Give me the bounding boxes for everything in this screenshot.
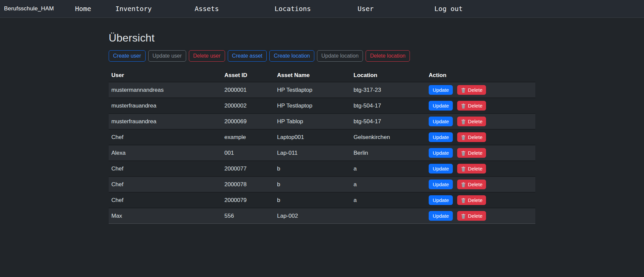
table-row: Chef example Laptop001 Gelsenkirchen Upd… — [109, 129, 535, 145]
nav-item-assets[interactable]: Assets — [195, 5, 219, 13]
cell-asset-name: Lap-011 — [274, 145, 351, 161]
cell-location: btg-317-23 — [351, 82, 426, 98]
cell-action: Update Delete — [426, 161, 535, 177]
cell-asset-name: HP Testlaptop — [274, 82, 351, 98]
nav-item-user[interactable]: User — [358, 5, 374, 13]
table-row: musterfrauandrea 2000069 HP Tablop btg-5… — [109, 114, 535, 129]
update-row-button[interactable]: Update — [429, 117, 453, 126]
page-title: Übersicht — [109, 32, 535, 44]
delete-user-button[interactable]: Delete user — [189, 50, 225, 62]
header-action: Action — [426, 69, 535, 82]
cell-location — [351, 208, 426, 224]
table-row: Chef 2000079 b a Update Delete — [109, 192, 535, 208]
trash-icon — [461, 87, 466, 92]
cell-asset-id: 2000077 — [222, 161, 274, 177]
delete-row-button[interactable]: Delete — [457, 211, 486, 221]
cell-action: Update Delete — [426, 114, 535, 129]
cell-asset-id: 556 — [222, 208, 274, 224]
cell-location: a — [351, 177, 426, 192]
nav-item-inventory[interactable]: Inventory — [115, 5, 152, 13]
crud-toolbar: Create user Update user Delete user Crea… — [109, 50, 535, 62]
table-header-row: User Asset ID Asset Name Location Action — [109, 69, 535, 82]
update-row-button[interactable]: Update — [429, 164, 453, 174]
cell-action: Update Delete — [426, 208, 535, 224]
delete-row-button[interactable]: Delete — [457, 132, 486, 142]
trash-icon — [461, 103, 466, 108]
delete-row-button[interactable]: Delete — [457, 117, 486, 126]
cell-user: mustermannandreas — [109, 82, 222, 98]
delete-row-button[interactable]: Delete — [457, 148, 486, 158]
delete-row-button[interactable]: Delete — [457, 101, 486, 111]
cell-asset-name: b — [274, 192, 351, 208]
header-asset-name: Asset Name — [274, 69, 351, 82]
table-row: Max 556 Lap-002 Update Delete — [109, 208, 535, 224]
cell-user: Alexa — [109, 145, 222, 161]
cell-action: Update Delete — [426, 145, 535, 161]
table-row: Alexa 001 Lap-011 Berlin Update Delete — [109, 145, 535, 161]
update-row-button[interactable]: Update — [429, 180, 453, 189]
cell-asset-id: 2000079 — [222, 192, 274, 208]
delete-row-button[interactable]: Delete — [457, 180, 486, 189]
table-row: Chef 2000077 b a Update Delete — [109, 161, 535, 177]
trash-icon — [461, 198, 466, 203]
cell-location: btg-504-17 — [351, 98, 426, 114]
cell-asset-name: HP Tablop — [274, 114, 351, 129]
cell-user: Chef — [109, 192, 222, 208]
top-navbar: Berufsschule_HAM Home Inventory Assets L… — [0, 0, 644, 18]
trash-icon — [461, 150, 466, 155]
cell-user: musterfrauandrea — [109, 98, 222, 114]
update-user-button[interactable]: Update user — [148, 50, 186, 62]
table-row: mustermannandreas 2000001 HP Testlaptop … — [109, 82, 535, 98]
table-row: musterfrauandrea 2000002 HP Testlaptop b… — [109, 98, 535, 114]
header-location: Location — [351, 69, 426, 82]
update-row-button[interactable]: Update — [429, 85, 453, 95]
table-row: Chef 2000078 b a Update Delete — [109, 177, 535, 192]
nav-item-locations[interactable]: Locations — [275, 5, 311, 13]
cell-location: a — [351, 161, 426, 177]
delete-location-button[interactable]: Delete location — [366, 50, 410, 62]
cell-asset-id: 2000069 — [222, 114, 274, 129]
nav-item-logout[interactable]: Log out — [434, 5, 463, 13]
delete-row-button[interactable]: Delete — [457, 164, 486, 174]
cell-user: Max — [109, 208, 222, 224]
trash-icon — [461, 135, 466, 140]
cell-action: Update Delete — [426, 192, 535, 208]
nav-item-home[interactable]: Home — [75, 5, 91, 13]
cell-asset-id: example — [222, 129, 274, 145]
cell-asset-id: 2000001 — [222, 82, 274, 98]
create-location-button[interactable]: Create location — [269, 50, 314, 62]
header-user: User — [109, 69, 222, 82]
cell-asset-id: 2000002 — [222, 98, 274, 114]
trash-icon — [461, 213, 466, 218]
cell-action: Update Delete — [426, 177, 535, 192]
cell-asset-name: Lap-002 — [274, 208, 351, 224]
update-location-button[interactable]: Update location — [317, 50, 363, 62]
update-row-button[interactable]: Update — [429, 101, 453, 111]
cell-user: Chef — [109, 177, 222, 192]
create-user-button[interactable]: Create user — [109, 50, 146, 62]
update-row-button[interactable]: Update — [429, 148, 453, 158]
trash-icon — [461, 119, 466, 124]
cell-location: Berlin — [351, 145, 426, 161]
cell-asset-id: 2000078 — [222, 177, 274, 192]
cell-user: Chef — [109, 161, 222, 177]
cell-action: Update Delete — [426, 98, 535, 114]
cell-user: Chef — [109, 129, 222, 145]
nav-menu: Home Inventory Assets Locations User Log… — [54, 5, 463, 13]
cell-action: Update Delete — [426, 82, 535, 98]
trash-icon — [461, 166, 466, 171]
update-row-button[interactable]: Update — [429, 195, 453, 205]
header-asset-id: Asset ID — [222, 69, 274, 82]
cell-asset-name: b — [274, 177, 351, 192]
cell-user: musterfrauandrea — [109, 114, 222, 129]
update-row-button[interactable]: Update — [429, 211, 453, 221]
create-asset-button[interactable]: Create asset — [228, 50, 267, 62]
delete-row-button[interactable]: Delete — [457, 85, 486, 95]
main-container: Übersicht Create user Update user Delete… — [101, 32, 543, 224]
cell-location: btg-504-17 — [351, 114, 426, 129]
cell-location: Gelsenkirchen — [351, 129, 426, 145]
update-row-button[interactable]: Update — [429, 132, 453, 142]
delete-row-button[interactable]: Delete — [457, 195, 486, 205]
brand-link[interactable]: Berufsschule_HAM — [4, 5, 54, 12]
cell-asset-name: HP Testlaptop — [274, 98, 351, 114]
